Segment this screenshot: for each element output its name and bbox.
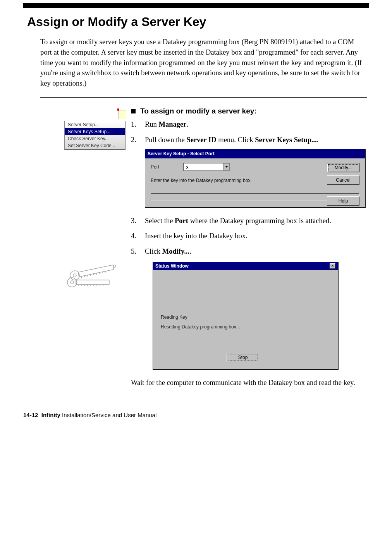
menu-item-check-server-key[interactable]: Check Server Key... [65, 135, 125, 142]
page-title: Assign or Modify a Server Key [27, 15, 369, 29]
dialog-titlebar: Server Key Setup - Select Port [145, 149, 365, 158]
procedure-list: Run Manager. Pull down the Server ID men… [131, 119, 367, 257]
dialog-select-port: Server Key Setup - Select Port Port 3 En… [145, 149, 366, 208]
top-rule [23, 3, 369, 8]
status-resetting-box: Resetting Datakey programming box... [161, 322, 240, 332]
procedure-heading: To assign or modify a server key: [131, 107, 367, 115]
page-footer: 14-12 Infinity Installation/Service and … [23, 412, 369, 418]
port-combobox[interactable]: 3 [183, 163, 230, 171]
dialog-title: Server Key Setup - Select Port [148, 150, 215, 157]
section-rule [40, 97, 367, 98]
help-button[interactable]: Help [327, 196, 359, 206]
close-icon[interactable]: × [330, 263, 335, 269]
note-icon [118, 109, 126, 119]
dialog-titlebar: Status Window × [153, 262, 338, 270]
step-5: Click Modify.... [131, 246, 367, 257]
intro-paragraph: To assign or modify server keys you use … [40, 37, 367, 89]
status-reading-key: Reading Key [161, 313, 240, 322]
menu-item-set-server-key-code[interactable]: Set Server Key Code... [65, 142, 125, 149]
step-3: Select the Port where the Datakey progra… [131, 216, 367, 227]
server-id-menu: Server Setup... Server Keys Setup... Che… [64, 121, 126, 150]
svg-point-1 [70, 281, 74, 284]
svg-point-6 [113, 265, 116, 268]
svg-point-4 [73, 273, 76, 277]
keys-illustration [65, 266, 125, 292]
port-label: Port [151, 163, 176, 170]
modify-button[interactable]: Modify... [327, 163, 359, 172]
page-number: 14-12 [23, 412, 38, 418]
menu-item-server-setup[interactable]: Server Setup... [65, 121, 125, 128]
port-value: 3 [184, 163, 223, 170]
svg-rect-5 [78, 265, 114, 277]
step-2: Pull down the Server ID menu. Click Serv… [131, 135, 367, 208]
cancel-button[interactable]: Cancel [327, 175, 359, 185]
dialog-status-window: Status Window × Reading Key Resetting Da… [153, 262, 339, 370]
dialog-title: Status Window [155, 263, 189, 269]
trailing-paragraph: Wait for the computer to communicate wit… [131, 378, 367, 388]
step-4: Insert the key into the Datakey box. [131, 231, 367, 242]
chevron-down-icon[interactable] [223, 163, 229, 170]
stop-button[interactable]: Stop [227, 353, 259, 362]
step-1: Run Manager. [131, 119, 367, 130]
menu-item-server-keys-setup[interactable]: Server Keys Setup... [65, 128, 125, 135]
svg-rect-2 [76, 280, 109, 285]
bullet-square-icon [131, 109, 136, 113]
